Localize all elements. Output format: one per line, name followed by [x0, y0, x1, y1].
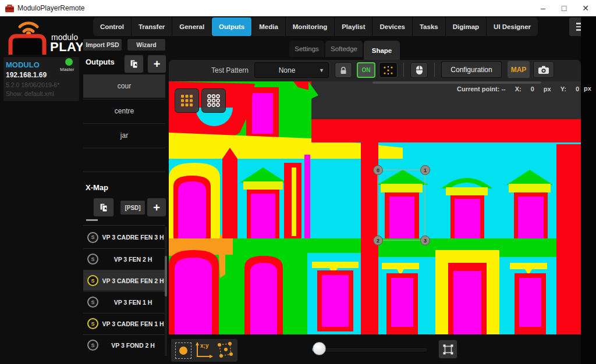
toolbar-separator — [403, 63, 404, 77]
xmap-item-selected[interactable]: S VP 3 CADRE FEN 2 H — [83, 270, 165, 291]
device-version: 5.2.0 18/06/2019-6* — [6, 81, 59, 88]
shape-handle-0[interactable]: 0 — [373, 165, 383, 175]
xmap-item[interactable]: S VP 3 FOND 2 H — [83, 334, 165, 355]
xmap-item[interactable]: S VP 3 FEN 1 H — [83, 291, 165, 312]
wizard-button[interactable]: Wizard — [127, 38, 166, 51]
x-label: X: — [515, 85, 522, 92]
maximize-button[interactable]: □ — [555, 2, 573, 15]
show-file: Show: default.xml — [6, 90, 54, 97]
shape-handle-3[interactable]: 3 — [420, 235, 430, 245]
mouse-icon — [416, 65, 423, 75]
xy-coordinates-mode-button[interactable]: x;y — [194, 342, 213, 359]
tab-settings[interactable]: Settings — [289, 41, 324, 57]
tab-shape[interactable]: Shape — [364, 41, 400, 60]
tab-ui-designer[interactable]: UI Designer — [487, 17, 538, 36]
lock-button[interactable] — [335, 62, 352, 78]
points-pattern-button[interactable] — [379, 62, 398, 78]
shape-handle-1[interactable]: 1 — [420, 165, 430, 175]
map-button[interactable]: MAP — [508, 61, 530, 78]
shape-badge: S — [87, 232, 98, 243]
tab-playlist[interactable]: Playlist — [335, 17, 372, 36]
xmap-item[interactable]: S VP 3 CADRE FEN 3 H — [83, 227, 165, 248]
add-output-button[interactable]: + — [147, 55, 166, 73]
xmap-scrollbar[interactable] — [165, 227, 167, 356]
canvas-h-scrollbar[interactable] — [372, 81, 541, 84]
tab-monitoring[interactable]: Monitoring — [286, 17, 335, 36]
chevron-down-icon: ▼ — [319, 67, 328, 73]
toolbar-separator — [434, 63, 435, 77]
current-point-label: Current point: -- — [457, 85, 506, 92]
output-on-toggle[interactable]: ON — [357, 62, 375, 78]
shape-badge: S — [87, 340, 98, 351]
tab-softedge[interactable]: Softedge — [325, 41, 363, 57]
configuration-button[interactable]: Configuration — [441, 61, 502, 78]
polygon-points-mode-button[interactable] — [216, 341, 233, 361]
tab-devices[interactable]: Devices — [372, 17, 412, 36]
mapping-canvas[interactable]: Current point: -- X: 0 px Y: 0 0 1 2 3 — [169, 81, 581, 334]
output-item-empty — [83, 148, 165, 172]
psd-button[interactable]: [PSD] — [120, 200, 146, 215]
master-label: Master — [60, 67, 74, 72]
plus-icon: + — [153, 202, 160, 213]
mouse-mode-button[interactable] — [410, 62, 428, 78]
window-title: ModuloPlayerRemote — [17, 4, 84, 12]
xmap-scrollbar-thumb[interactable] — [165, 256, 167, 297]
camera-button[interactable] — [533, 61, 554, 78]
grid-filled-icon — [180, 94, 194, 108]
title-bar: ModuloPlayerRemote – □ ✕ — [0, 0, 596, 16]
app-icon — [5, 3, 15, 13]
grid-outline-button[interactable] — [201, 88, 226, 113]
shape-badge: S — [87, 275, 98, 286]
device-name: MODULO — [6, 60, 40, 69]
grid-filled-button[interactable] — [175, 88, 199, 113]
minimize-button[interactable]: – — [534, 2, 552, 15]
tab-general[interactable]: General — [172, 17, 212, 36]
fit-view-button[interactable] — [438, 340, 457, 359]
tab-control[interactable]: Control — [93, 17, 132, 36]
test-pattern-dropdown[interactable]: None ▼ — [254, 62, 329, 78]
right-edge-panel: px — [581, 16, 596, 364]
edit-mode-group: x;y — [171, 339, 237, 362]
dots-grid-icon — [382, 65, 394, 76]
scroll-up-indicator[interactable] — [86, 219, 98, 221]
import-psd-button[interactable]: Import PSD — [83, 38, 122, 51]
zoom-slider-handle[interactable] — [313, 342, 326, 355]
tab-transfer[interactable]: Transfer — [132, 17, 172, 36]
y-label: Y: — [560, 85, 566, 92]
device-ip: 192.168.1.69 — [6, 71, 47, 79]
shape-handle-2[interactable]: 2 — [373, 235, 383, 245]
xmap-item[interactable]: S VP 3 CADRE FEN 1 H — [83, 313, 165, 334]
x-unit: px — [544, 85, 551, 92]
zoom-slider-track[interactable] — [311, 347, 428, 352]
y-value: 0 — [576, 85, 579, 92]
xy-label: x;y — [200, 342, 208, 349]
close-button[interactable]: ✕ — [577, 2, 594, 15]
point-select-mode-button[interactable] — [175, 342, 191, 359]
output-item-centre[interactable]: centre — [83, 99, 165, 123]
duplicate-output-button[interactable] — [124, 55, 144, 73]
tab-digimap[interactable]: Digimap — [446, 17, 487, 36]
tab-media[interactable]: Media — [252, 17, 286, 36]
plus-icon: + — [154, 58, 161, 70]
shape-badge: S — [87, 254, 98, 265]
output-item-cour[interactable]: cour — [83, 74, 165, 98]
xmap-title: X-Map — [86, 183, 108, 192]
test-pattern-value: None — [255, 66, 319, 74]
tab-outputs[interactable]: Outputs — [212, 17, 252, 36]
polygon-points-icon — [216, 341, 233, 358]
duplicate-xmap-button[interactable] — [93, 198, 114, 217]
divider — [83, 172, 165, 172]
point-icon — [179, 347, 187, 355]
facade-map-image — [169, 81, 581, 334]
divider — [83, 225, 165, 226]
add-xmap-button[interactable]: + — [147, 198, 166, 217]
copy-pages-icon — [129, 59, 139, 69]
shape-badge: S — [87, 318, 98, 329]
xmap-item[interactable]: S VP 3 FEN 2 H — [83, 248, 165, 269]
grid-outline-icon — [207, 94, 221, 108]
tab-tasks[interactable]: Tasks — [413, 17, 446, 36]
main-nav: Control Transfer General Outputs Media M… — [93, 17, 538, 36]
master-status-dot — [65, 58, 73, 66]
shape-badge: S — [87, 297, 98, 308]
output-item-jar[interactable]: jar — [83, 123, 165, 147]
